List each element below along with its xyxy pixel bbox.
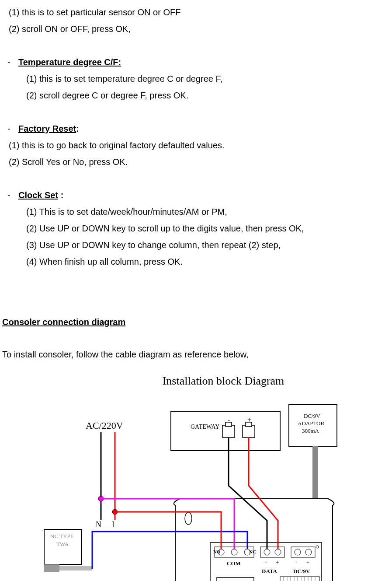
- svg-rect-26: [217, 578, 254, 581]
- svg-point-21: [305, 549, 312, 555]
- svg-rect-42: [59, 566, 92, 570]
- no-label: NO: [213, 549, 221, 554]
- svg-rect-5: [243, 425, 255, 438]
- svg-rect-4: [225, 422, 232, 427]
- clock-item-3: (3) Use UP or DOWN key to change column,…: [2, 237, 392, 253]
- clock-item-1: (1) This is to set date/week/hour/minute…: [2, 204, 392, 220]
- twa-label: TWA: [56, 541, 69, 547]
- svg-text:+: +: [276, 559, 279, 566]
- factory-heading: -Factory Reset:: [2, 121, 392, 136]
- intro-line-2: (2) scroll ON or OFF, press OK,: [2, 21, 392, 37]
- nc-label: NC: [249, 549, 256, 554]
- factory-item-1: (1) this is to go back to original facto…: [2, 137, 392, 153]
- gateway-label: GATEWAY: [191, 424, 219, 430]
- diagram-container: Installation block Diagram GATEWAY - + D…: [2, 371, 392, 581]
- svg-rect-27: [280, 577, 319, 581]
- adaptor-line3: 300mA: [302, 427, 319, 434]
- temp-item-2: (2) scroll degree C or degree F, press O…: [2, 88, 392, 103]
- svg-point-17: [264, 549, 270, 555]
- clock-heading: -Clock Set :: [2, 187, 392, 203]
- temp-heading: -Temperature degree C/F:: [2, 54, 392, 70]
- n-label: N: [96, 520, 101, 529]
- svg-rect-6: [246, 422, 252, 427]
- adaptor-line1: DC/9V: [304, 413, 320, 419]
- svg-rect-3: [222, 425, 235, 438]
- data-label: DATA: [262, 568, 278, 574]
- com-label: COM: [227, 560, 241, 567]
- svg-point-38: [316, 546, 319, 548]
- connection-heading: Consoler connection diagram: [2, 314, 392, 330]
- svg-text:-: -: [265, 559, 267, 566]
- svg-rect-41: [44, 564, 59, 572]
- svg-text:+: +: [306, 559, 309, 566]
- installation-diagram: GATEWAY - + DC/9V ADAPTOR 300mA: [44, 398, 350, 581]
- clock-item-2: (2) Use UP or DOWN key to scroll up to t…: [2, 220, 392, 236]
- nc-type-label: NC TYPE: [50, 533, 74, 539]
- adaptor-line2: ADAPTOR: [298, 420, 324, 427]
- ac-label: AC/220V: [86, 420, 123, 431]
- svg-point-20: [295, 549, 301, 555]
- svg-point-9: [185, 512, 192, 525]
- dc9v-label: DC/9V: [293, 568, 310, 574]
- svg-point-14: [231, 549, 237, 555]
- temp-item-1: (1) this is to set temperature degree C …: [2, 71, 392, 87]
- svg-point-18: [275, 549, 281, 555]
- diagram-title: Installation block Diagram: [55, 371, 392, 392]
- svg-text:-: -: [295, 559, 297, 566]
- factory-item-2: (2) Scroll Yes or No, press OK.: [2, 154, 392, 170]
- l-label: L: [112, 520, 117, 529]
- intro-line-1: (1) this is to set particular sensor ON …: [2, 4, 392, 20]
- clock-item-4: (4) When finish up all column, press OK.: [2, 254, 392, 270]
- connection-description: To install consoler, follow the cable di…: [2, 346, 392, 362]
